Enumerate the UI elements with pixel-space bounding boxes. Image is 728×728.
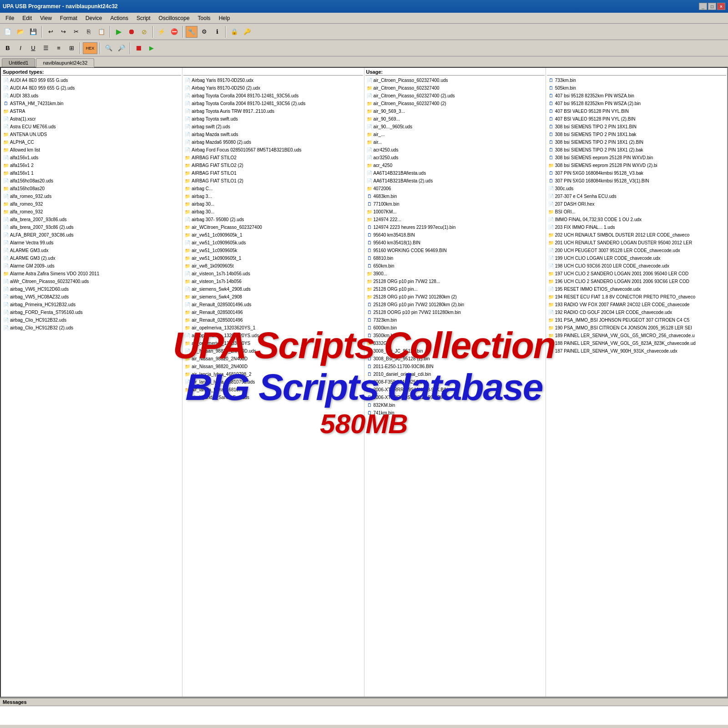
file-item[interactable]: 📄200 UCH PEUGEOT 3007 95128 LER CODE_cha… [547, 247, 726, 254]
file-item[interactable]: 📄AA6T14B321BAfiesta.uds [365, 169, 545, 177]
file-item[interactable]: 📁alfa_romeo_932 [2, 200, 181, 208]
file-item[interactable]: 📁airbag 30... [183, 200, 363, 208]
file-item[interactable]: 📁air_WCitroen_Picasso_602327400 [183, 223, 363, 231]
file-item[interactable]: 🗒3008_Bsi_JC_95128.bin [365, 347, 545, 355]
file-item[interactable]: 📄199 UCH CLIO LOGAN LER CODE_chavecode.u… [547, 254, 726, 262]
file-item[interactable]: 🗒2006-XTERRA-9S12H128-99K.BIN [365, 394, 545, 401]
format2-button[interactable]: ≡ [53, 42, 65, 54]
file-item[interactable]: 📁10007KM... [365, 208, 545, 216]
file-item[interactable]: 📁ANTENA UN.UDS [2, 131, 181, 138]
file-item[interactable]: 📄airbag_Clio_HC912B32 (2).uds [2, 324, 181, 332]
file-item[interactable]: 📁alfa156v1 2 [2, 162, 181, 169]
file-item[interactable]: 📁air_siemens_5wk4_2908 [183, 293, 363, 301]
file-item[interactable]: 📄ALARME GM3.udx [2, 247, 181, 254]
open-button[interactable]: 📂 [15, 26, 26, 38]
file-item[interactable]: 📁189 PAINEL LER_SENHA_VW_GOL_G5_MICRO_25… [547, 332, 726, 339]
file-item[interactable]: 📁air_Nissan_98820_2N400D [183, 355, 363, 363]
new-button[interactable]: 📄 [2, 26, 14, 38]
write-button[interactable]: ⏺ [126, 26, 137, 38]
file-item[interactable]: 📄airbag_Primeira_HC912B32.uds [2, 301, 181, 308]
file-item[interactable]: 📄alfa_romeo_932.uds [2, 192, 181, 200]
file-item[interactable]: 📁190 PSA_IMMO_BSI CITROEN C4 JONSON 2005… [547, 324, 726, 332]
file-item[interactable]: 📄Astra(1).xscr [2, 115, 181, 123]
format3-button[interactable]: ⊞ [66, 42, 77, 54]
file-item[interactable]: 📄ALFA_BRER_2007_93C86.uds [2, 231, 181, 239]
file-item[interactable]: 📁air_Citroen_Picasso_602327400 [365, 84, 545, 92]
file-item[interactable]: 📄AA6T14B321BAfiesta (2).uds [365, 177, 545, 185]
stop-button[interactable]: ⏹ [133, 42, 145, 54]
menu-format[interactable]: Format [56, 13, 81, 23]
file-item[interactable]: 📁air_lancia_lybra_46810798 [183, 386, 363, 394]
zoom-out-button[interactable]: 🔎 [116, 42, 127, 54]
file-item[interactable]: 🗒3008_Bsi_JC_95128 (2).bin [365, 355, 545, 363]
hex-view-button[interactable]: HEX [83, 42, 97, 54]
cut-button[interactable]: ✂ [70, 26, 82, 38]
file-item[interactable]: 📁Alarme Astra Zafira Simens VDO 2010 201… [2, 270, 181, 278]
menu-script[interactable]: Script [133, 13, 154, 23]
info-button[interactable]: ℹ [211, 26, 223, 38]
file-item[interactable]: 📄air_siemens_5wk4_2908.uds [183, 285, 363, 293]
redo-button[interactable]: ↪ [57, 26, 69, 38]
file-item[interactable]: 🗒733km.bin [547, 76, 726, 84]
tab-naviblaupunkt[interactable]: naviblaupunkt24c32 [36, 58, 94, 67]
file-item[interactable]: 📁air_Renault_0285001496 [183, 316, 363, 324]
file-item[interactable]: 🗒505km.bin [547, 84, 726, 92]
file-item[interactable]: 📁airbag 30... [183, 208, 363, 216]
menu-device[interactable]: Device [82, 13, 106, 23]
file-item[interactable]: 📁air_vw51_1c0909605k_1 [183, 231, 363, 239]
close-button[interactable]: × [717, 3, 725, 10]
file-item[interactable]: 📁airbag 3... [183, 192, 363, 200]
file-item[interactable]: 📄AUDI 383.uds [2, 92, 181, 100]
file-item[interactable]: 📄Airbag Ford Focus 0285010567 8M5T14B321… [183, 146, 363, 154]
file-item[interactable]: 📄IMMO FINAL 04,732,93 CODE 1 OU 2.udx [547, 216, 726, 223]
file-item[interactable]: 🗒407 BSI VALEO 95128 PIN VYL.BIN [547, 107, 726, 115]
file-item[interactable]: 🗒407 bsi 95128 82352km PIN WSZA.bin [547, 92, 726, 100]
file-item[interactable]: 📄187 PAINEL LER_SENHA_VW_900H_931K_chave… [547, 347, 726, 355]
file-item[interactable]: 🗒95640 km35418.BIN [365, 231, 545, 239]
read-button[interactable]: ▶ [113, 26, 125, 38]
file-item[interactable]: 📁201 UCH RENAULT SANDERO LOGAN DUSTER 95… [547, 239, 726, 247]
menu-tools[interactable]: Tools [194, 13, 214, 23]
file-item[interactable]: 📄airbag swift (2).uds [183, 123, 363, 131]
file-item[interactable]: 📁AIRBAG FIAT STILO1 [183, 169, 363, 177]
file-item[interactable]: 📁air_vw51_1k0909605t_1 [183, 254, 363, 262]
file-item[interactable]: 📁188 PAINEL LER_SENHA_VW_GOL_G5_823A_823… [547, 339, 726, 347]
file-item[interactable]: 📁ALPHA_CC [2, 138, 181, 146]
file-item[interactable]: 📁4072006 [365, 185, 545, 192]
file-item[interactable]: 📁air_Citroen_Picasso_602327400 (2) [365, 100, 545, 107]
file-item[interactable]: 📄air_visteon_1s7t-14b056.uds [183, 270, 363, 278]
file-item[interactable]: 🗒124974 2223 heures 2219 997ecu(1).bin [365, 223, 545, 231]
file-item[interactable]: 🗒2006-XTERRRA-9S12H128-99K.BIN [365, 386, 545, 394]
file-item[interactable]: 📄acr4250.uds [365, 146, 545, 154]
file-item[interactable]: 📄AUDI A4 8E0 959 655 G.uds [2, 76, 181, 84]
file-item[interactable]: 🗒308 bsi SIEMENS TIPO 2 PIN 18X1.BIN [547, 123, 726, 131]
file-item[interactable]: 📄alfa_brera_2007_93c86 (2).uds [2, 223, 181, 231]
file-item[interactable]: 📄207-307 e C4 Senha ECU.uds [547, 192, 726, 200]
file-item[interactable]: 🗒77100km.bin [365, 200, 545, 208]
underline-button[interactable]: U [27, 42, 39, 54]
file-item[interactable]: 📄195 RESET IMMO ETIOS_chavecode.udx [547, 285, 726, 293]
file-item[interactable]: 📁AIRBAG FIAT STILO2 (2) [183, 162, 363, 169]
menu-help[interactable]: Help [215, 13, 234, 23]
file-item[interactable]: 📄air_Renault_0285001496.uds [183, 301, 363, 308]
file-item[interactable]: 📁25128 ORG p10 pin 7VW2 101280km (2) [365, 293, 545, 301]
erase-button[interactable]: ⊘ [138, 26, 150, 38]
menu-edit[interactable]: Edit [19, 13, 35, 23]
menu-view[interactable]: View [36, 13, 56, 23]
file-item[interactable]: 📄198 UCH CLIO 93C66 2010 LER CODE_chavec… [547, 262, 726, 270]
file-item[interactable]: 📁BSI ORI... [547, 208, 726, 216]
file-item[interactable]: 📄airbag Toyota Corolla 2004 89170-12481_… [183, 100, 363, 107]
file-item[interactable]: 📁ASTRA [2, 107, 181, 115]
file-item[interactable]: 🗒6000km.bin [365, 324, 545, 332]
file-item[interactable]: 📁airbag C... [183, 185, 363, 192]
file-item[interactable]: 🗒2008-F350-9S12H256.BIN [365, 378, 545, 386]
file-item[interactable]: 📁air_vw51_1c0909605k [183, 247, 363, 254]
italic-button[interactable]: I [15, 42, 26, 54]
file-item[interactable]: 📄airbag Toyota Corolla 2004 89170-12481_… [183, 92, 363, 100]
file-item[interactable]: 🗒308 bsi SIEMENS TIPO 2 PIN 18X1 (2).bak [547, 146, 726, 154]
file-item[interactable]: 📁air_visteon_1s7t-14b056 [183, 278, 363, 285]
file-item[interactable]: 📁air_lancia_lybra_46810798_2 [183, 370, 363, 378]
file-item[interactable]: 📁197 UCH CLIO 2 SANDERO LOGAN 2001 2006 … [547, 270, 726, 278]
file-item[interactable]: 📄airbag_Clio_HC912B32.uds [2, 316, 181, 324]
file-item[interactable]: 📄airbag 307- 95080 (2).uds [183, 216, 363, 223]
